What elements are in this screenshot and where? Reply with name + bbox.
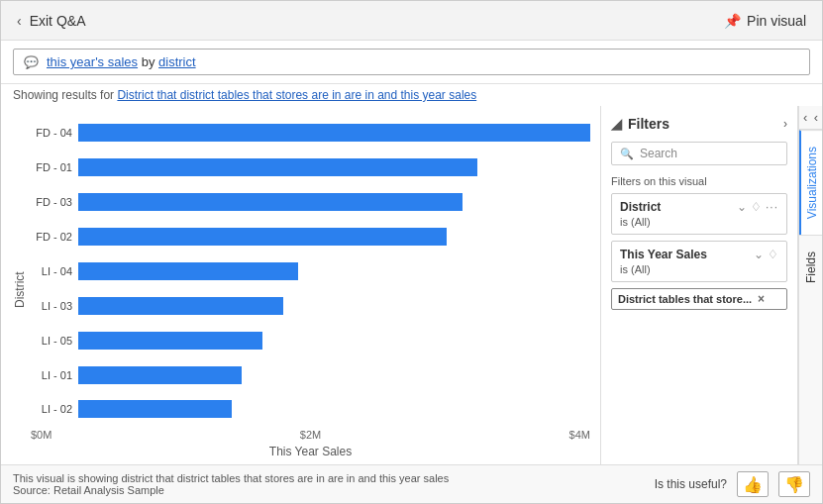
bar-label: LI - 02 (31, 403, 78, 415)
y-axis-label: District (11, 116, 29, 464)
thumbsup-button[interactable]: 👍 (737, 471, 769, 497)
bar-fill[interactable] (78, 158, 477, 176)
bar-label: FD - 04 (31, 127, 78, 139)
collapse-left-icon[interactable]: ‹ (803, 110, 807, 125)
x-axis: $0M$2M$4M (31, 427, 590, 441)
header-bar: ‹ Exit Q&A 📌 Pin visual (1, 1, 822, 41)
filter-district-more-icon[interactable]: ··· (766, 200, 778, 214)
chart-area: District FD - 04FD - 01FD - 03FD - 02LI … (1, 106, 600, 464)
filters-panel: ◢ Filters › 🔍 Search Filters on this vis… (601, 106, 798, 464)
exit-label: Exit Q&A (30, 13, 86, 29)
funnel-icon: ◢ (611, 116, 622, 132)
thumbsdown-button[interactable]: 👎 (778, 471, 810, 497)
side-tabs: ‹ ‹ Visualizations Fields (798, 106, 822, 464)
bar-label: LI - 01 (31, 369, 78, 381)
filters-title-label: Filters (628, 116, 669, 132)
filter-card-sales-value: is (All) (620, 263, 778, 275)
filter-district-expand-icon[interactable]: ⌄ (737, 200, 747, 214)
pin-visual-button[interactable]: 📌 Pin visual (724, 13, 806, 29)
chat-icon: 💬 (24, 55, 39, 69)
bar-track (78, 332, 590, 350)
collapse-right-icon[interactable]: ‹ (814, 110, 818, 125)
filter-sales-expand-icon[interactable]: ⌄ (754, 248, 764, 261)
search-highlight-sales: this year's sales (47, 54, 138, 69)
bar-label: FD - 01 (31, 161, 78, 173)
x-tick: $0M (31, 429, 51, 441)
bar-fill[interactable] (78, 332, 262, 350)
filter-search-text: Search (640, 147, 677, 160)
bar-row: LI - 02 (31, 395, 590, 423)
bar-fill[interactable] (78, 228, 447, 246)
bar-track (78, 400, 590, 418)
bar-label: FD - 03 (31, 196, 78, 208)
x-tick: $2M (300, 429, 321, 441)
tab-fields[interactable]: Fields (799, 235, 822, 299)
footer-useful-label: Is this useful? (655, 477, 727, 491)
bar-row: LI - 04 (31, 257, 590, 285)
bar-label: LI - 05 (31, 335, 78, 347)
filter-card-district-value: is (All) (620, 216, 778, 228)
subtitle: Showing results for District that distri… (1, 84, 822, 106)
bar-label: FD - 02 (31, 231, 78, 243)
footer-left: This visual is showing district that dis… (13, 472, 449, 496)
filter-card-sales: This Year Sales ⌄ ♢ is (All) (611, 241, 787, 282)
footer-right: Is this useful? 👍 👎 (655, 471, 810, 497)
chevron-left-icon: ‹ (17, 13, 22, 29)
footer-line2: Source: Retail Analysis Sample (13, 484, 449, 496)
bar-row: LI - 01 (31, 361, 590, 389)
filter-sales-clear-icon[interactable]: ♢ (768, 248, 778, 261)
filter-search-bar[interactable]: 🔍 Search (611, 142, 787, 165)
bar-track (78, 193, 590, 211)
filter-card-sales-controls: ⌄ ♢ (754, 248, 778, 261)
bar-row: LI - 05 (31, 327, 590, 354)
bar-fill[interactable] (78, 262, 298, 280)
bar-row: LI - 03 (31, 292, 590, 320)
bar-track (78, 366, 590, 384)
subtitle-link[interactable]: District that district tables that store… (117, 88, 476, 102)
bar-fill[interactable] (78, 124, 590, 142)
bar-fill[interactable] (78, 297, 283, 315)
filter-section-label: Filters on this visual (611, 175, 787, 187)
exit-qna-button[interactable]: ‹ Exit Q&A (17, 13, 85, 29)
search-by: by (142, 54, 158, 69)
tab-visualizations[interactable]: Visualizations (799, 130, 822, 235)
filter-tag-text: District tables that store... (618, 293, 752, 305)
filter-card-sales-header: This Year Sales ⌄ ♢ (620, 248, 778, 261)
tab-visualizations-label: Visualizations (805, 147, 819, 219)
filter-tag: District tables that store... × (611, 288, 787, 310)
bar-label: LI - 03 (31, 300, 78, 312)
chart-inner: FD - 04FD - 01FD - 03FD - 02LI - 04LI - … (31, 116, 590, 464)
subtitle-prefix: Showing results for (13, 88, 117, 102)
search-bar[interactable]: 💬 this year's sales by district (13, 49, 810, 75)
pin-label: Pin visual (747, 13, 806, 29)
bar-fill[interactable] (78, 193, 463, 211)
bar-fill[interactable] (78, 366, 242, 384)
bar-row: FD - 04 (31, 119, 590, 147)
footer: This visual is showing district that dis… (1, 464, 822, 503)
bar-row: FD - 03 (31, 188, 590, 216)
thumbsup-icon: 👍 (743, 475, 763, 494)
filter-search-icon: 🔍 (620, 148, 634, 160)
bar-row: FD - 01 (31, 153, 590, 181)
bar-track (78, 158, 590, 176)
footer-line1: This visual is showing district that dis… (13, 472, 449, 484)
filters-header: ◢ Filters › (611, 116, 787, 132)
filter-card-district-header: District ⌄ ♢ ··· (620, 200, 778, 214)
filter-card-district-controls: ⌄ ♢ ··· (737, 200, 778, 214)
filter-district-clear-icon[interactable]: ♢ (751, 200, 762, 214)
thumbsdown-icon: 👎 (784, 475, 804, 494)
bar-row: FD - 02 (31, 223, 590, 251)
bar-track (78, 228, 590, 246)
bar-track (78, 124, 590, 142)
filters-title: ◢ Filters (611, 116, 669, 132)
filter-tag-close-icon[interactable]: × (758, 292, 765, 306)
bar-fill[interactable] (78, 400, 232, 418)
search-highlight-district: district (158, 54, 196, 69)
filters-collapse-icon[interactable]: › (783, 117, 787, 131)
bar-label: LI - 04 (31, 265, 78, 277)
x-axis-label: This Year Sales (31, 445, 590, 464)
pin-icon: 📌 (724, 13, 741, 29)
tab-fields-label: Fields (804, 252, 818, 283)
bar-track (78, 262, 590, 280)
filter-card-sales-title: This Year Sales (620, 248, 707, 261)
